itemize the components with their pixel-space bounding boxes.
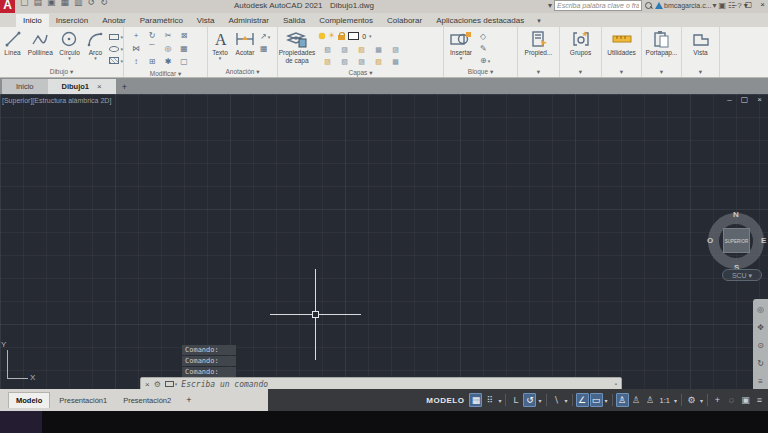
panel-title-bloque[interactable]: Bloque ▾ [444,67,517,77]
tab-inicio[interactable]: Inicio [16,14,49,27]
autoscale-icon[interactable]: ♙ [630,393,643,407]
layout-tab-presentacion2[interactable]: Presentación2 [116,393,178,408]
panel-caret-utilidades[interactable]: ▾ [602,67,641,77]
plot-icon[interactable]: ▥ [74,0,83,7]
polar-caret-icon[interactable]: ▾ [538,397,541,404]
layer-color-swatch[interactable] [348,32,359,40]
snap-toggle-icon[interactable]: ⠿ [483,393,496,407]
layer-tool-icon[interactable]: ▧ [336,56,353,68]
zoom-extents-icon[interactable]: ⊙ [757,341,764,350]
erase-icon[interactable]: ⊠ [176,30,192,43]
annotation-scale-all-icon[interactable]: ♙ [644,393,657,407]
panel-title-anotacion[interactable]: Anotación ▾ [208,67,277,77]
object-snap-tracking-icon[interactable]: ∠ [576,393,589,407]
layout-tab-modelo[interactable]: Modelo [8,392,50,408]
stretch-icon[interactable]: ↕ [128,56,144,69]
full-nav-wheel-icon[interactable]: ◎ [757,305,764,314]
hatch-button[interactable]: ▾ [109,55,123,66]
drawing-minimize-icon[interactable]: – [727,95,731,104]
utilities-button[interactable]: Utilidades [603,28,641,56]
wrench-customize-icon[interactable]: ⚙ [154,380,161,389]
layer-tool-icon[interactable]: ▧ [370,56,387,68]
drawing-restore-icon[interactable]: ▢ [741,95,749,104]
ribbon-options-caret-icon[interactable]: ▾ [531,15,547,27]
insert-block-button[interactable]: Insertar ▾ [444,28,478,60]
trim-icon[interactable]: ✂ [160,30,176,43]
object-snap-icon[interactable]: ▭ [590,393,603,407]
viewcube-top-face[interactable]: SUPERIOR [723,228,750,253]
tab-complementos[interactable]: Complementos [312,14,380,27]
scale-icon[interactable]: ⊞ [144,56,160,69]
restore-icon[interactable]: ▢ [745,0,753,9]
command-grip-icon[interactable]: ▪ [615,381,617,387]
panel-caret-vista[interactable]: ▾ [682,67,719,77]
insert-caret-icon[interactable]: ▾ [460,56,463,60]
mirror-icon[interactable]: ⋈ [128,43,144,56]
close-tab-icon[interactable]: × [97,82,102,91]
text-caret-icon[interactable]: ▾ [219,56,222,60]
open-file-icon[interactable]: ▤ [34,0,43,7]
viewcube[interactable]: SUPERIOR N S O E [706,207,768,275]
create-block-button[interactable]: ◇ [480,31,490,42]
layer-freeze-sun-icon[interactable]: ☀ [328,32,335,40]
layer-tool-icon[interactable]: ▨ [387,44,404,56]
layer-on-bulb-icon[interactable] [319,33,325,39]
layer-tool-icon[interactable]: ▧ [319,44,336,56]
tab-aplicaciones-destacadas[interactable]: Aplicaciones destacadas [429,14,531,27]
customization-menu-icon[interactable]: ≡ [753,393,766,407]
tab-administrar[interactable]: Administrar [222,14,276,27]
new-layout-button[interactable]: + [180,395,191,405]
save-as-icon[interactable]: ▦ [61,0,70,7]
drawing-close-icon[interactable]: × [757,95,762,104]
polyline-button[interactable]: Polilínea [25,28,56,56]
line-button[interactable]: Línea [0,28,25,56]
command-close-icon[interactable]: × [145,380,150,389]
workspace-caret-icon[interactable]: ▾ [700,397,703,404]
minimize-icon[interactable]: – [732,0,736,9]
fillet-icon[interactable]: ⌒ [144,43,160,56]
polar-tracking-icon[interactable]: ↺ [523,393,536,407]
table-button[interactable]: ▦ [260,43,270,54]
ortho-toggle-icon[interactable]: L [509,393,522,407]
annotation-visibility-icon[interactable]: ♙ [616,393,629,407]
autocad-logo-icon[interactable]: A [0,0,15,13]
file-tab-dibujo1[interactable]: Dibujo1 × [48,79,116,94]
layer-properties-button[interactable]: Propiedades de capa [278,28,316,64]
layer-dropdown-caret-icon[interactable]: ▾ [369,33,372,39]
undo-icon[interactable]: ↺ [88,0,96,7]
new-drawing-tab-button[interactable]: + [122,82,127,94]
clipboard-button[interactable]: Portapap... [643,28,681,56]
circle-caret-icon[interactable]: ▾ [68,56,71,60]
tab-insercion[interactable]: Inserción [49,14,95,27]
clean-screen-icon[interactable]: ▣ [739,393,752,407]
properties-button[interactable]: Propied... [519,28,559,56]
layer-tool-icon[interactable]: ▩ [387,56,404,68]
recent-commands-button[interactable]: ▾ [165,381,178,387]
layer-tool-icon[interactable]: ▧ [353,44,370,56]
edit-block-button[interactable]: ✎ [480,43,490,54]
osnap-caret-icon[interactable]: ▾ [605,397,608,404]
rectangle-button[interactable]: ▾ [109,31,123,42]
search-input[interactable] [554,0,642,11]
arc-caret-icon[interactable]: ▾ [94,56,97,60]
save-icon[interactable]: ▣ [47,0,56,7]
isodraft-caret-icon[interactable]: ▾ [565,397,568,404]
layer-tool-icon[interactable]: ▨ [353,56,370,68]
leader-button[interactable]: ↗▾ [260,31,270,42]
layer-tool-icon[interactable]: ▨ [336,44,353,56]
block-attributes-button[interactable]: ⊕▾ [480,55,490,66]
search-caret-icon[interactable]: ▾ [548,1,552,10]
layout-tab-presentacion1[interactable]: Presentación1 [52,393,114,408]
panel-title-dibujo[interactable]: Dibujo ▾ [0,67,123,77]
more-modify-icon[interactable]: ▢ [176,56,192,69]
annotation-monitor-icon[interactable]: + [711,393,724,407]
dimension-button[interactable]: Acotar [232,28,258,56]
redo-icon[interactable]: ↻ [100,0,108,7]
panel-caret-grupos[interactable]: ▾ [560,67,601,77]
drawing-canvas[interactable]: [Superior][Estructura alámbrica 2D] – ▢ … [0,94,768,389]
layer-lock-icon[interactable] [338,35,345,40]
snap-caret-icon[interactable]: ▾ [498,397,501,404]
groups-button[interactable]: Grupos [561,28,601,56]
rotate-icon[interactable]: ↻ [144,30,160,43]
arc-button[interactable]: Arco ▾ [83,28,107,60]
